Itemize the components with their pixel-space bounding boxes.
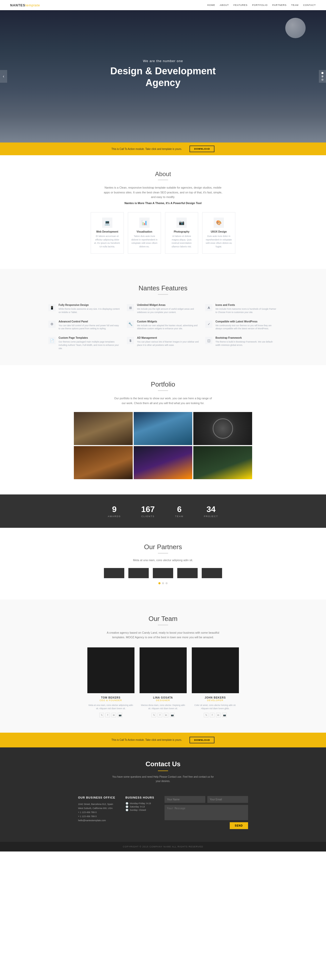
visualisation-icon: 📊 [139,218,150,228]
cta-bottom-button[interactable]: DOWNLOAD [190,737,214,743]
nav-contact[interactable]: CONTACT [303,4,316,6]
about-divider [158,180,168,180]
hero-dot-2[interactable] [321,75,323,77]
portfolio-item-6[interactable] [193,446,252,479]
portfolio-item-4[interactable] [74,446,133,479]
contact-office-line-2: + 1 123 456 789 0 [78,810,115,815]
responsive-icon: 📱 [48,304,56,311]
features-title: Nantes Features [15,284,311,292]
instagram-icon-2[interactable]: 📷 [222,713,227,718]
partners-pagination [10,582,316,584]
cta-bottom-banner: This is Call To Action module. Take clic… [0,733,326,748]
footer-copyright: COPYRIGHT © 2015 COMPANY NAME ALL RIGHTS… [123,845,203,848]
hero-section: ‹ We are the number one Design & Develop… [0,10,326,143]
team-grid: TOM BEKERS CEO & FOUNDER Meta at una nia… [10,648,316,718]
clock-icon-3: 🕐 [126,809,128,811]
about-card-1: 📊 Visualisation Tation duis aute irure d… [128,212,161,254]
feature-text-1: Unlimited Widget Areas We include you th… [137,304,199,314]
cta-bottom-text: This is Call To Action module. Take clic… [112,738,182,741]
twitter-icon-1[interactable]: 𝕏 [152,713,156,718]
linkedin-icon-0[interactable]: in [112,713,116,718]
team-role-0: CEO & FOUNDER [87,699,134,702]
stat-project-label: PROJECT [204,515,218,518]
feature-title-4: Custom Widgets [137,320,199,323]
ad-management-icon: $ [127,337,134,344]
hero-moon [285,18,305,38]
nav-home[interactable]: HOME [207,4,215,6]
facebook-icon-1[interactable]: f [158,713,162,718]
instagram-icon-0[interactable]: 📷 [118,713,122,718]
about-card-title-1: Visualisation [131,230,158,233]
contact-submit-button[interactable]: SEND [230,822,248,829]
feature-desc-4: We include our own adapted the Nantes vi… [137,324,199,331]
linkedin-icon-2[interactable]: in [216,713,221,718]
feature-item-8: ◫ Bootstrap Framework The theme is build… [205,336,278,350]
facebook-icon-2[interactable]: f [210,713,214,718]
feature-desc-0: While theme looks awesome at any size. I… [59,307,121,314]
web-dev-icon: 💻 [102,218,112,228]
contact-hours-0: 🕐 Monday-Friday: 9-19 [126,802,154,805]
contact-email-input[interactable] [207,796,248,803]
team-bio-1: Mecius dona niam, cons ulectur. Depisng … [139,704,187,710]
custom-widgets-icon: 🔧 [127,321,134,328]
contact-name-input[interactable] [165,796,205,803]
contact-hours-title: Business Hours [126,796,154,799]
linkedin-icon-1[interactable]: in [164,713,168,718]
feature-text-6: Custom Page Templates Our themes come pa… [59,336,121,350]
team-photo-1 [139,648,187,693]
hero-prev-button[interactable]: ‹ [0,70,7,83]
contact-message-input[interactable] [165,805,248,820]
nav-about[interactable]: ABOUT [220,4,229,6]
portfolio-item-2[interactable] [134,412,193,445]
facebook-icon-0[interactable]: f [105,713,110,718]
cta-top-button[interactable]: DOWNLOAD [190,146,214,152]
portfolio-item-5[interactable] [134,446,193,479]
feature-item-5: ✓ Compatible with Latest WordPress We co… [205,320,278,331]
partners-section: Our Partners Meta at una niam, cons ulec… [0,528,326,600]
feature-desc-6: Our themes come packaged main multiple p… [59,340,121,350]
feature-desc-2: We include Font Awesome Icons & hundreds… [216,307,278,314]
footer: COPYRIGHT © 2015 COMPANY NAME ALL RIGHTS… [0,842,326,851]
partner-logo-2 [128,568,149,578]
twitter-icon-0[interactable]: 𝕏 [99,713,104,718]
nav-partners[interactable]: PARTNERS [272,4,286,6]
team-photo-0 [87,648,134,693]
partners-dot-2[interactable] [162,582,164,584]
hero-subtitle: We are the number one [110,59,216,63]
clock-icon-2: 🕐 [126,805,128,808]
partners-dot-1[interactable] [158,582,160,584]
hero-content: We are the number one Design & Developme… [110,59,216,94]
instagram-icon-1[interactable]: 📷 [170,713,174,718]
stat-project-number: 34 [204,504,218,514]
team-member-2: JOHN BEKERS DEVELOPER Color sit amet, co… [192,648,239,718]
partners-dot-3[interactable] [166,582,168,584]
contact-office-line-0: 1042 Street, Barcelona 912, Spain [78,802,115,806]
portfolio-item-1[interactable] [74,412,133,445]
contact-hours-1: 🕐 Saturday: 9-13 [126,805,154,808]
feature-item-2: A Icons and Fonts We include Font Awesom… [205,304,278,314]
contact-desc: You have some questions and need Help Pl… [112,775,214,783]
stat-team-label: TEAM [175,515,184,518]
portfolio-item-3[interactable] [193,412,252,445]
logo-main: NANTES [10,3,25,7]
portfolio-divider [158,390,168,391]
about-section: About Nantes is a Clean, responsive boot… [0,155,326,269]
hero-dot-1[interactable] [321,72,323,74]
hero-dot-3[interactable] [321,79,323,81]
hero-heading: Design & Development Agency [110,65,216,89]
features-divider [158,294,168,295]
features-grid: 📱 Fully Responsive Design While theme lo… [48,304,278,350]
stat-awards-label: AWARDS [108,515,121,518]
nav-features[interactable]: FEATURES [233,4,248,6]
feature-item-4: 🔧 Custom Widgets We include our own adap… [127,320,199,331]
stat-project: 34 PROJECT [204,504,218,518]
features-header: Nantes Features [15,284,311,295]
feature-desc-7: You can place various lots of Banner ima… [137,340,199,347]
nav-team[interactable]: TEAM [291,4,299,6]
contact-divider [158,770,168,771]
team-desc: A creative agency based on Candy Land, r… [104,630,222,640]
twitter-icon-2[interactable]: 𝕏 [204,713,208,718]
about-card-title-3: UI/UX Design [206,230,232,233]
nav-portfolio[interactable]: PORTFOLIO [252,4,268,6]
about-card-desc-1: Tation duis aute irure doloret in repreh… [131,235,158,248]
